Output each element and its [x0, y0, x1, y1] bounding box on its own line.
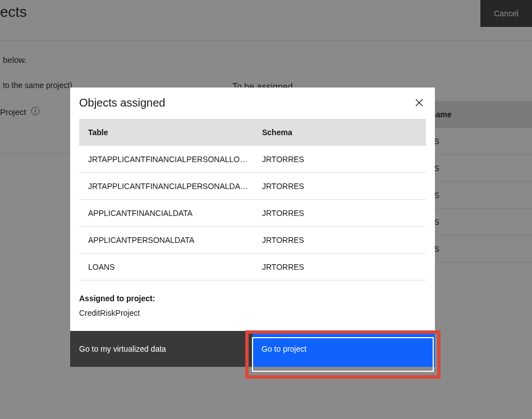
assigned-to-label: Assigned to project:: [79, 294, 426, 303]
objects-assigned-modal: Objects assigned Table Schema JRTAPPLICA…: [70, 88, 435, 367]
td-table: APPLICANTPERSONALDATA: [79, 236, 253, 245]
assigned-to-block: Assigned to project: CreditRiskProject: [79, 280, 426, 317]
td-table: APPLICANTFINANCIALDATA: [79, 209, 253, 218]
td-table: JRTAPPLICANTFINANCIALPERSONALDA…: [79, 182, 253, 191]
modal-title: Objects assigned: [79, 96, 165, 109]
th-table: Table: [79, 128, 253, 137]
modal-footer: Go to my virtualized data Go to project: [70, 331, 435, 367]
td-table: LOANS: [79, 263, 253, 271]
modal-header: Objects assigned: [70, 88, 435, 119]
td-schema: JRTORRES: [253, 236, 426, 245]
modal-table-header: Table Schema: [79, 119, 426, 146]
th-schema: Schema: [253, 128, 426, 137]
modal-body: Table Schema JRTAPPLICANTFINANCIALPERSON…: [70, 119, 435, 331]
td-schema: JRTORRES: [253, 209, 426, 218]
td-table: JRTAPPLICANTFINANCIALPERSONALLO…: [79, 155, 253, 164]
table-row: APPLICANTFINANCIALDATA JRTORRES: [79, 200, 426, 227]
close-icon: [415, 98, 423, 109]
table-row: APPLICANTPERSONALDATA JRTORRES: [79, 227, 426, 254]
td-schema: JRTORRES: [253, 182, 426, 191]
td-schema: JRTORRES: [253, 263, 426, 271]
td-schema: JRTORRES: [253, 155, 426, 164]
go-to-project-button[interactable]: Go to project: [253, 331, 435, 367]
table-row: JRTAPPLICANTFINANCIALPERSONALLO… JRTORRE…: [79, 146, 426, 173]
table-row: LOANS JRTORRES: [79, 254, 426, 280]
close-button[interactable]: [412, 96, 426, 110]
go-to-virtualized-data-button[interactable]: Go to my virtualized data: [70, 331, 253, 367]
assigned-project-name: CreditRiskProject: [79, 309, 426, 317]
table-row: JRTAPPLICANTFINANCIALPERSONALDA… JRTORRE…: [79, 173, 426, 200]
